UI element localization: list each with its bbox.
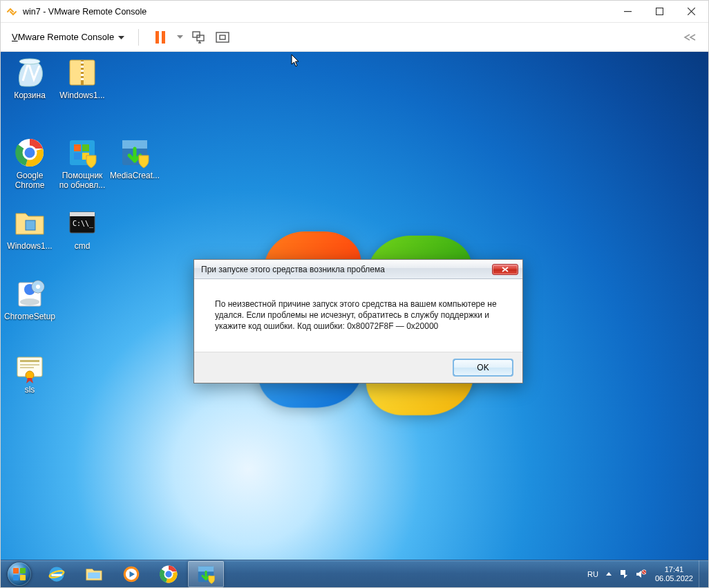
desktop-icon-label: Windows1... <box>59 91 104 100</box>
google-chrome-icon <box>13 136 46 169</box>
desktop-icon-windows1-zip[interactable]: Windows1... <box>56 56 108 120</box>
svg-rect-3 <box>162 31 165 44</box>
show-desktop-button[interactable] <box>699 560 706 588</box>
desktop-icon-chromesetup[interactable]: ChromeSetup <box>3 277 56 341</box>
desktop-icon-cmd[interactable]: cmd <box>56 207 108 270</box>
cmd-icon <box>66 207 99 240</box>
window-minimize-button[interactable] <box>612 1 643 22</box>
svg-rect-7 <box>220 35 225 39</box>
window-close-button[interactable] <box>675 1 707 22</box>
desktop-icon-sls[interactable]: sls <box>3 350 56 414</box>
desktop-icon-label: ChromeSetup <box>4 312 55 321</box>
vmware-logo-icon <box>6 6 17 17</box>
chromesetup-icon <box>13 277 46 310</box>
vmrc-menu-dropdown[interactable]: VMware Remote Console <box>9 29 127 45</box>
vmrc-toolbar: VMware Remote Console <box>1 23 708 52</box>
svg-rect-6 <box>216 32 229 42</box>
send-cad-button[interactable] <box>189 27 209 48</box>
tray-language-indicator[interactable]: RU <box>584 560 602 587</box>
vmrc-window-title: win7 - VMware Remote Console <box>23 7 612 17</box>
desktop-icon-google-chrome[interactable]: Google Chrome <box>3 136 56 200</box>
tray-date: 06.05.2022 <box>655 574 693 583</box>
desktop-icon-label: MediaCreat... <box>110 171 160 180</box>
desktop-icon-label: Google Chrome <box>4 171 55 190</box>
vmrc-titlebar: win7 - VMware Remote Console <box>1 1 708 23</box>
tray-volume-muted-icon[interactable] <box>632 560 650 587</box>
desktop-icon-media-creation[interactable]: MediaCreat... <box>108 136 161 200</box>
dialog-titlebar[interactable]: При запуске этого средства возникла проб… <box>194 260 522 279</box>
svg-rect-0 <box>624 11 632 12</box>
tray-clock[interactable]: 17:41 06.05.2022 <box>650 560 699 587</box>
dialog-body-text: По неизвестной причине запуск этого сред… <box>194 279 522 352</box>
desktop-icon-update-assistant[interactable]: Помощник по обновл... <box>56 136 108 200</box>
desktop-icon-label: cmd <box>75 241 91 251</box>
svg-rect-4 <box>193 32 200 37</box>
taskbar: RU 17:41 06.05.2022 <box>1 560 708 587</box>
explorer-icon <box>84 564 104 585</box>
desktop-icon-label: sls <box>25 385 35 395</box>
svg-rect-2 <box>155 31 159 44</box>
toolbar-separator <box>138 29 139 46</box>
recycle-bin-icon <box>13 56 46 89</box>
tray-action-center-icon[interactable] <box>616 560 632 587</box>
svg-rect-5 <box>197 35 204 41</box>
dialog-ok-button[interactable]: OK <box>453 359 513 376</box>
chrome-icon <box>158 564 179 585</box>
mouse-cursor-icon <box>291 54 301 70</box>
tray-time: 17:41 <box>665 565 684 574</box>
dialog-footer: OK <box>194 352 522 383</box>
pause-dropdown-button[interactable] <box>173 27 186 48</box>
chevron-down-icon <box>118 32 124 42</box>
wmp-icon <box>121 564 142 585</box>
ie-icon <box>46 564 67 585</box>
desktop-icon-label: Windows1... <box>7 241 52 251</box>
media-creation-icon <box>118 136 151 169</box>
dialog-close-button[interactable] <box>492 264 518 275</box>
desktop-icon-windows1-folder[interactable]: Windows1... <box>3 207 56 270</box>
system-tray: RU 17:41 06.05.2022 <box>584 560 708 587</box>
dialog-title: При запуске этого средства возникла проб… <box>201 265 385 274</box>
vmrc-menu-first-letter: V <box>12 32 18 42</box>
vmrc-menu-label: Mware Remote Console <box>18 32 114 42</box>
windows1-folder-icon <box>13 207 46 240</box>
collapse-toolbar-button[interactable] <box>679 27 700 48</box>
svg-rect-1 <box>656 8 663 15</box>
error-dialog: При запуске этого средства возникла проб… <box>193 259 523 383</box>
fullscreen-button[interactable] <box>212 27 233 48</box>
sls-icon <box>13 350 46 383</box>
taskbar-pin-explorer[interactable] <box>76 561 112 587</box>
desktop-icon-recycle-bin[interactable]: Корзина <box>3 56 56 120</box>
guest-desktop[interactable]: КорзинаWindows1...Google ChromeПомощник … <box>1 52 708 587</box>
windows1-zip-icon <box>66 56 99 89</box>
media-creation-running-icon <box>196 564 216 585</box>
desktop-icon-label: Корзина <box>14 91 46 100</box>
update-assistant-icon <box>66 136 99 169</box>
taskbar-pin-wmp[interactable] <box>113 561 149 587</box>
tray-show-hidden-icon[interactable] <box>602 560 616 587</box>
window-maximize-button[interactable] <box>643 1 675 22</box>
pause-vm-button[interactable] <box>150 27 171 48</box>
desktop-icon-label: Помощник по обновл... <box>57 171 108 190</box>
start-button[interactable] <box>1 560 38 588</box>
taskbar-pin-media-creation-running[interactable] <box>188 561 224 587</box>
windows-logo-icon <box>13 568 26 580</box>
taskbar-pin-ie[interactable] <box>39 561 75 587</box>
taskbar-pin-chrome[interactable] <box>151 561 187 587</box>
